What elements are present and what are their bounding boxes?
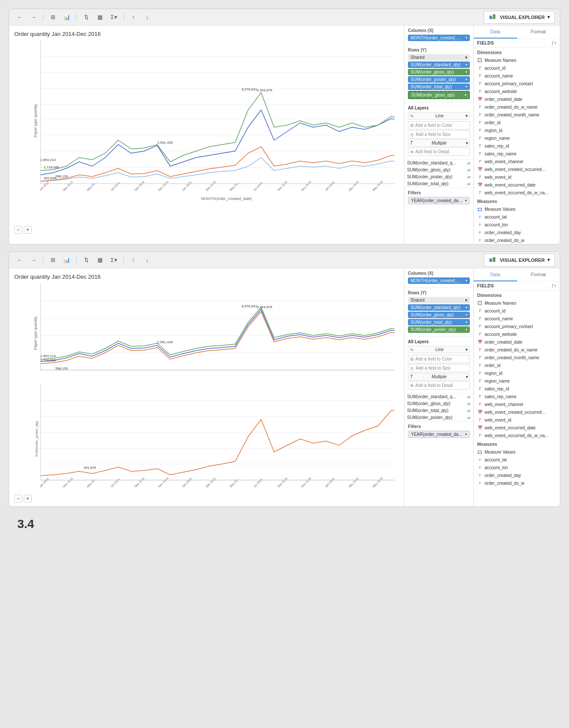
zoom-minus-1[interactable]: − — [14, 226, 22, 234]
field-item-region-id-1[interactable]: T region_id — [474, 126, 560, 134]
sum-row-1-0[interactable]: SUM(order_standard_q... ⇌ — [404, 160, 473, 166]
row-field-standard-2[interactable]: SUM(order_standard_qty) ▾ — [408, 304, 470, 311]
zoom-plus-1[interactable]: + — [24, 226, 32, 234]
field-item-acct-id-2[interactable]: T account_id — [474, 307, 560, 315]
row-field-poster-2[interactable]: SUM(order_poster_qty) ▾ — [408, 326, 470, 333]
sort-icon-2[interactable]: ⇅ — [81, 255, 91, 265]
field-item-account-website-1[interactable]: T account_website — [474, 87, 560, 95]
field-item-web-odow-2[interactable]: T web_event_occurred_do_w_na... — [474, 432, 560, 439]
down-icon-2[interactable]: ↓ — [142, 255, 152, 265]
field-item-order-id-1[interactable]: T order_id — [474, 119, 560, 126]
field-item-region-name-1[interactable]: T region_name — [474, 134, 560, 142]
line-selector-2[interactable]: ∿ Line ▾ — [408, 346, 470, 353]
fields-fx-2[interactable]: ƒ× — [552, 283, 556, 288]
columns-field-1[interactable]: MONTH(order_created_d... ▾ — [408, 35, 470, 41]
add-size-field-2[interactable]: ◎ Add a field to Size — [408, 364, 470, 372]
field-item-sales-name-2[interactable]: T sales_rep_name — [474, 393, 560, 400]
field-item-order-created-dow-1[interactable]: # order_created_do_w — [474, 236, 560, 244]
sum-row-2-1[interactable]: SUM(order_gloss_qty) ⇌ — [404, 400, 473, 407]
add-detail-field-2[interactable]: ⊕ Add a field to Detail — [408, 381, 470, 390]
add-color-field-1[interactable]: ⊞ Add a field to Color — [408, 121, 470, 129]
sum-row-2-0[interactable]: SUM(order_standard_q... ⇌ — [404, 393, 473, 400]
sum-row-1-2[interactable]: SUM(order_poster_qty) ⇌ — [404, 174, 473, 180]
filter-field-2[interactable]: YEAR(order_created_date) ▾ — [408, 431, 470, 438]
chart-icon-1[interactable]: 📊 — [61, 12, 72, 23]
field-item-mvalues-2[interactable]: Measure Values — [474, 448, 560, 456]
field-item-acct-primary-2[interactable]: T account_primary_contact — [474, 322, 560, 330]
down-icon-1[interactable]: ↓ — [142, 12, 152, 23]
field-item-acct-name-2[interactable]: T account_name — [474, 315, 560, 322]
field-item-account-primary-1[interactable]: T account_primary_contact — [474, 80, 560, 87]
field-item-order-month-2[interactable]: T order_created_month_name — [474, 354, 560, 361]
label-field-2[interactable]: T Multiple ▾ — [408, 373, 470, 380]
label-field-1[interactable]: T Multiple ▾ — [408, 139, 470, 147]
field-item-region-name-2[interactable]: T region_name — [474, 377, 560, 385]
tab-data-2[interactable]: Data — [474, 268, 517, 281]
fields-fx-1[interactable]: ƒ× — [552, 41, 556, 45]
tab-data-1[interactable]: Data — [474, 26, 517, 39]
shared-axis-1[interactable]: Shared ▾ — [408, 54, 470, 61]
shared-axis-2[interactable]: Shared ▾ — [408, 297, 470, 303]
field-item-region-id-2[interactable]: T region_id — [474, 369, 560, 377]
row-field-total-2[interactable]: SUM(order_total_qty) ▾ — [408, 319, 470, 325]
add-size-field-1[interactable]: ◎ Add a field to Size — [408, 130, 470, 139]
tab-format-2[interactable]: Format — [517, 268, 560, 281]
field-item-account-lat-1[interactable]: # account_lat — [474, 213, 560, 221]
row-field-poster-1[interactable]: SUM(order_poster_qty) ▾ — [408, 76, 470, 83]
zoom-plus-2[interactable]: + — [24, 495, 32, 503]
field-item-order-month-1[interactable]: T order_created_month_name — [474, 111, 560, 119]
add-color-field-2[interactable]: ⊞ Add a field to Color — [408, 355, 470, 363]
field-item-lon-2[interactable]: # account_lon — [474, 464, 560, 471]
field-item-web-occurred-date-1[interactable]: 📅 web_event_occurred_date — [474, 181, 560, 189]
field-item-sales-rep-name-1[interactable]: T sales_rep_name — [474, 150, 560, 158]
sum-row-2-2[interactable]: SUM(order_total_qty) ⇌ — [404, 407, 473, 414]
back-button-2[interactable]: ← — [14, 255, 25, 265]
field-item-web-created-1[interactable]: 📅 web_event_created_occurred... — [474, 165, 560, 173]
bar-icon-2[interactable]: ▦ — [95, 255, 105, 265]
filter-field-1[interactable]: YEAR(order_created_date) ▾ — [408, 197, 470, 204]
field-item-web-cr-2[interactable]: 📅 web_event_created_occurred... — [474, 408, 560, 416]
field-item-web-eid-2[interactable]: T web_event_id — [474, 416, 560, 424]
sort-icon-1[interactable]: ⇅ — [81, 12, 91, 23]
field-item-account-id-1[interactable]: T account_id — [474, 64, 560, 72]
field-item-order-created-date-1[interactable]: 📅 order_created_date — [474, 95, 560, 103]
chart-icon-2[interactable]: 📊 — [61, 255, 72, 265]
field-item-measure-names-2[interactable]: Measure Names — [474, 299, 560, 307]
row-field-total-1[interactable]: SUM(order_total_qty) ▾ — [408, 84, 470, 90]
field-item-sales-rep-id-1[interactable]: T sales_rep_id — [474, 142, 560, 150]
sum-row-1-3[interactable]: SUM(order_total_qty) ⇌ — [404, 180, 473, 187]
field-item-ocdow-2[interactable]: # order_created_do_w — [474, 479, 560, 487]
field-item-lat-2[interactable]: # account_lat — [474, 456, 560, 464]
add-detail-field-1[interactable]: ⊕ Add field to Detail — [408, 148, 470, 156]
field-item-ocd-2[interactable]: # order_created_day — [474, 471, 560, 479]
table-icon-1[interactable]: ⊞ — [48, 12, 58, 23]
tab-format-1[interactable]: Format — [517, 26, 560, 39]
field-item-web-occurred-dow-1[interactable]: T web_event_occurred_do_w_na... — [474, 189, 560, 196]
columns-field-2[interactable]: MONTH(order_created_d... ▾ — [408, 277, 470, 284]
field-item-web-channel-1[interactable]: T web_event_channel — [474, 158, 560, 165]
sum-icon-2[interactable]: Σ▾ — [109, 255, 119, 265]
forward-button-1[interactable]: → — [28, 12, 39, 23]
row-field-gloss-1[interactable]: SUM(order_gloss_qty) ▾ — [408, 69, 470, 75]
field-item-account-lon-1[interactable]: # account_lon — [474, 221, 560, 229]
zoom-minus-2[interactable]: − — [14, 495, 22, 503]
field-item-web-odate-2[interactable]: 📅 web_event_occurred_date — [474, 424, 560, 432]
field-item-sales-id-2[interactable]: T sales_rep_id — [474, 385, 560, 393]
back-button-1[interactable]: ← — [14, 12, 25, 23]
up-icon-1[interactable]: ↑ — [128, 12, 139, 23]
up-icon-2[interactable]: ↑ — [128, 255, 139, 265]
bar-icon-1[interactable]: ▦ — [95, 12, 105, 23]
field-item-acct-website-2[interactable]: T account_website — [474, 330, 560, 338]
forward-button-2[interactable]: → — [28, 255, 39, 265]
field-item-account-name-1[interactable]: T account_name — [474, 72, 560, 80]
field-item-web-ch-2[interactable]: T web_event_channel — [474, 400, 560, 408]
field-item-measure-values-1[interactable]: Measure Values — [474, 205, 560, 213]
table-icon-2[interactable]: ⊞ — [48, 255, 58, 265]
row-field-standard-1[interactable]: SUM(order_standard_qty) ▾ — [408, 61, 470, 68]
field-item-order-date-2[interactable]: 📅 order_created_date — [474, 338, 560, 346]
field-item-web-event-id-1[interactable]: T web_event_id — [474, 173, 560, 181]
line-selector-1[interactable]: ∿ Line ▾ — [408, 112, 470, 119]
field-item-order-created-day-1[interactable]: # order_created_day — [474, 229, 560, 236]
ve-badge-2[interactable]: VISUAL EXPLORER ▾ — [484, 254, 555, 267]
field-item-measure-names-1[interactable]: Measure Names — [474, 56, 560, 64]
